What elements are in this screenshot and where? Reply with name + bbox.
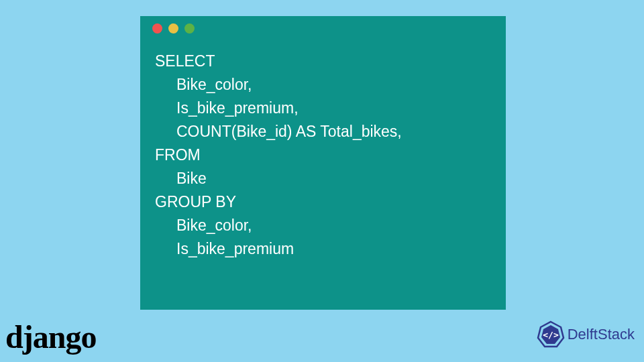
code-line: FROM (155, 143, 491, 167)
window-titlebar (140, 16, 506, 40)
code-line: Is_bike_premium, (155, 97, 491, 120)
code-line: GROUP BY (155, 190, 491, 214)
code-line: Is_bike_premium (155, 237, 491, 261)
maximize-icon (184, 23, 195, 34)
code-line: Bike (155, 167, 491, 190)
code-line: COUNT(Bike_id) AS Total_bikes, (155, 120, 491, 143)
code-content: SELECT Bike_color, Is_bike_premium, COUN… (140, 40, 506, 270)
delftstack-logo: </> DelftStack (537, 320, 635, 349)
minimize-icon (168, 23, 178, 34)
code-window: SELECT Bike_color, Is_bike_premium, COUN… (140, 16, 506, 310)
code-line: SELECT (155, 50, 491, 73)
django-logo: django (5, 318, 96, 355)
code-line: Bike_color, (155, 214, 491, 237)
delftstack-icon: </> (537, 320, 565, 349)
close-icon (152, 23, 162, 34)
code-line: Bike_color, (155, 73, 491, 97)
delftstack-label: DelftStack (568, 326, 635, 343)
svg-text:</>: </> (543, 330, 559, 340)
